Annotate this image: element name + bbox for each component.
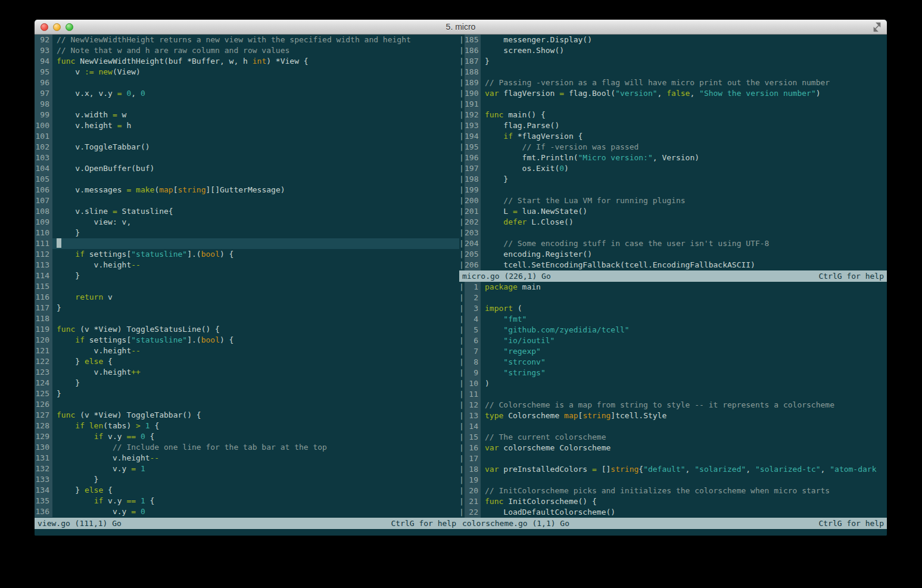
code-line: |201 L = lua.NewState() [459,206,887,217]
code-line: 116 return v [35,292,459,303]
code-line: 100 v.height = h [35,120,459,131]
code-text: func NewViewWidthHeight(buf *Buffer, w, … [52,56,459,67]
close-button[interactable] [41,23,48,31]
line-number: 134 [35,485,52,496]
code-line: |8 "strconv" [459,357,887,368]
code-editor-micro-go[interactable]: |185 messenger.Display()|186 screen.Show… [459,35,887,270]
code-text: // NewViewWidthHeight returns a new view… [52,35,459,45]
line-number: 18 [465,464,481,475]
line-number: 199 [465,185,481,195]
pane-divider: | [459,206,465,217]
code-editor-view-go[interactable]: 92// NewViewWidthHeight returns a new vi… [35,35,459,518]
code-line: |21func InitColorscheme() { [459,496,887,507]
line-number: 130 [35,442,52,453]
pane-divider: | [459,368,465,378]
code-line: 118 [35,313,459,324]
line-number: 195 [465,142,481,153]
line-number: 119 [35,324,52,335]
code-line: |14 [459,421,887,432]
line-number: 101 [35,131,52,142]
line-number: 116 [35,292,52,303]
code-text [481,421,887,432]
code-text [52,77,459,88]
code-text: var preInstalledColors = []string{"defau… [481,464,887,475]
code-line: 133 } [35,474,459,485]
code-line: 121 v.height-- [35,346,459,356]
line-number: 111 [35,238,52,249]
pane-divider: | [459,238,465,249]
line-number: 123 [35,367,52,378]
code-line: 104 v.OpenBuffer(buf) [35,163,459,174]
line-number: 16 [465,443,481,453]
code-line: |206 tcell.SetEncodingFallback(tcell.Enc… [459,260,887,270]
code-line: 123 v.height++ [35,367,459,378]
code-text: L = lua.NewState() [481,206,887,217]
pane-divider: | [459,67,465,77]
line-number: 15 [465,432,481,443]
pane-divider: | [459,293,465,303]
line-number: 95 [35,67,52,77]
code-text: } [52,388,459,399]
code-text: var flagVersion = flag.Bool("version", f… [481,88,887,99]
code-line: |194 if *flagVersion { [459,131,887,142]
code-text: } else { [52,356,459,367]
line-number: 113 [35,260,52,270]
code-line: |187} [459,56,887,67]
code-line: |5 "github.com/zyedidia/tcell" [459,325,887,335]
window-titlebar[interactable]: 5. micro [35,20,887,35]
code-line: 120 if settings["statusline"].(bool) { [35,335,459,346]
code-line: 109 view: v, [35,217,459,228]
code-text [481,228,887,238]
pane-view-go: 92// NewViewWidthHeight returns a new vi… [35,35,459,529]
code-line: |188 [459,67,887,77]
code-line: 108 v.sline = Statusline{ [35,206,459,217]
code-text [481,185,887,195]
code-text: } [52,228,459,238]
code-text [481,453,887,464]
line-number: 202 [465,217,481,228]
minimize-button[interactable] [53,23,61,31]
code-line: 128 if len(tabs) > 1 { [35,421,459,431]
line-number: 191 [465,99,481,110]
code-text: "fmt" [481,314,887,325]
code-text: // Some encoding stuff in case the user … [481,238,887,249]
line-number: 114 [35,270,52,281]
resize-arrows-icon[interactable] [872,22,882,32]
code-text: if *flagVersion { [481,131,887,142]
code-line: |11 [459,389,887,400]
line-number: 110 [35,228,52,238]
code-line: |12// Colorscheme is a map from string t… [459,400,887,410]
statusbar-help-hint: CtrlG for help [818,518,884,529]
line-number: 14 [465,421,481,432]
line-number: 198 [465,174,481,185]
code-line: |195 // If -version was passed [459,142,887,153]
zoom-button[interactable] [66,23,73,31]
code-text [52,313,459,324]
code-line: 132 v.y = 1 [35,463,459,474]
line-number: 127 [35,410,52,421]
code-text: v.height-- [52,260,459,270]
code-line: |191 [459,99,887,110]
pane-divider: | [459,496,465,507]
code-text [481,67,887,77]
code-text: type Colorscheme map[string]tcell.Style [481,410,887,421]
pane-divider: | [459,217,465,228]
pane-divider: | [459,99,465,110]
code-text: return v [52,292,459,303]
code-editor-colorscheme-go[interactable]: |1package main|2|3import (|4 "fmt"|5 "gi… [459,282,887,518]
line-number: 136 [35,506,52,517]
code-text: "github.com/zyedidia/tcell" [481,325,887,335]
code-text: v.width = w [52,110,459,120]
code-text: "io/ioutil" [481,335,887,346]
line-number: 106 [35,185,52,195]
code-text: v.height++ [52,367,459,378]
code-line: |1package main [459,282,887,293]
statusbar-colorscheme-go: colorscheme.go (1,1) Go CtrlG for help [459,518,887,529]
pane-divider: | [459,314,465,325]
code-text [52,238,459,249]
code-line: 110 } [35,228,459,238]
code-text: v.height-- [52,346,459,356]
line-number: 197 [465,163,481,174]
pane-divider: | [459,35,465,45]
line-number: 206 [465,260,481,270]
